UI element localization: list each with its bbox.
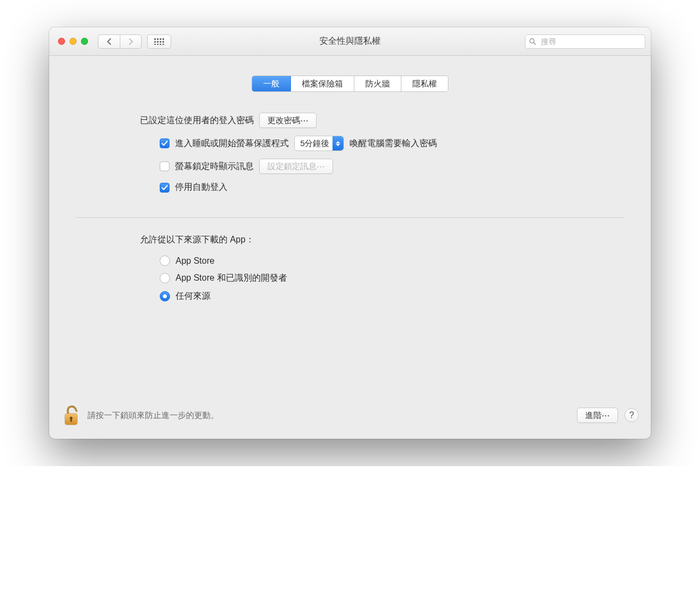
svg-rect-17 [71,419,72,422]
svg-rect-1 [157,38,159,40]
tab-filevault[interactable]: 檔案保險箱 [291,76,354,91]
svg-rect-7 [162,41,164,43]
login-section: 已設定這位使用者的登入密碼 更改密碼⋯ 進入睡眠或開始螢幕保護程式 5分鐘後 喚… [70,113,630,193]
show-lock-message-label: 螢幕鎖定時顯示訊息 [175,161,254,172]
footer: 請按一下鎖頭來防止進一步的更動。 進階⋯ ? [49,395,651,439]
change-password-button[interactable]: 更改密碼⋯ [259,113,317,128]
tab-general[interactable]: 一般 [252,76,291,91]
svg-rect-3 [162,38,164,40]
require-password-delay-value: 5分鐘後 [300,138,329,149]
svg-rect-2 [160,38,161,40]
select-arrows-icon [332,136,343,150]
source-anywhere-label: 任何來源 [176,291,211,302]
download-from-label: 允許從以下來源下載的 App： [140,234,597,246]
download-section: 允許從以下來源下載的 App： App Store App Store 和已識別… [70,234,630,302]
search-input[interactable] [525,34,645,49]
tab-firewall[interactable]: 防火牆 [354,76,401,91]
source-identified-radio[interactable] [160,273,170,283]
require-password-delay-select[interactable]: 5分鐘後 [294,136,344,151]
divider [75,217,625,218]
back-button[interactable] [98,34,120,49]
set-lock-message-button: 設定鎖定訊息⋯ [259,159,333,174]
disable-autologin-label: 停用自動登入 [175,182,228,193]
source-anywhere-radio[interactable] [160,291,170,301]
source-appstore-radio[interactable] [160,256,170,266]
traffic-lights [58,38,88,45]
search-wrap [525,34,645,49]
show-all-button[interactable] [147,34,171,49]
help-button[interactable]: ? [625,408,639,422]
minimize-icon[interactable] [69,38,77,45]
svg-rect-11 [162,44,164,45]
advanced-button[interactable]: 進階⋯ [577,408,618,423]
show-lock-message-checkbox[interactable] [160,161,170,171]
close-icon[interactable] [58,38,65,45]
require-password-prefix: 進入睡眠或開始螢幕保護程式 [175,138,289,149]
login-password-label: 已設定這位使用者的登入密碼 [140,115,254,126]
search-icon [529,38,536,45]
content: 一般 檔案保險箱 防火牆 隱私權 已設定這位使用者的登入密碼 更改密碼⋯ 進入睡… [49,56,651,318]
svg-rect-0 [154,38,156,40]
svg-rect-6 [160,41,161,43]
source-appstore-label: App Store [176,256,214,266]
tabs: 一般 檔案保險箱 防火牆 隱私權 [70,76,630,92]
svg-rect-9 [157,44,159,45]
tab-privacy[interactable]: 隱私權 [401,76,448,91]
svg-rect-8 [154,44,156,45]
svg-rect-5 [157,41,159,43]
lock-hint-text: 請按一下鎖頭來防止進一步的更動。 [88,410,219,421]
source-identified-label: App Store 和已識別的開發者 [176,272,287,284]
svg-rect-4 [154,41,156,43]
require-password-checkbox[interactable] [160,138,170,148]
lock-icon[interactable] [61,404,81,427]
svg-rect-10 [160,44,161,45]
zoom-icon[interactable] [81,38,88,45]
svg-line-13 [534,42,536,44]
disable-autologin-checkbox[interactable] [160,183,170,193]
titlebar: 安全性與隱私權 [49,27,651,56]
nav-buttons [98,34,142,49]
grid-icon [154,38,164,45]
forward-button[interactable] [120,34,142,49]
require-password-suffix: 喚醒電腦需要輸入密碼 [349,138,437,149]
preferences-window: 安全性與隱私權 一般 檔案保險箱 防火牆 隱私權 已設定這位使用者的登入密碼 更… [49,27,651,439]
